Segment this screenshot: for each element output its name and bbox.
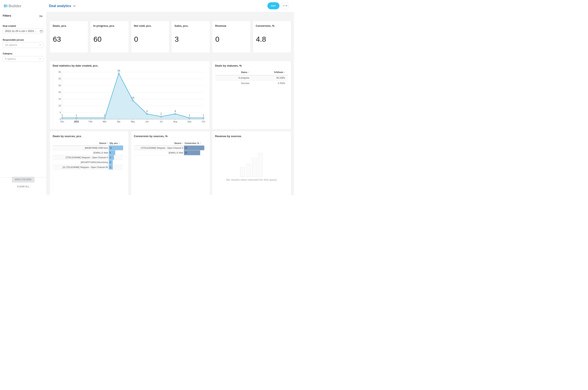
svg-text:Dec: Dec (60, 120, 64, 123)
svg-text:15: 15 (58, 98, 61, 100)
svg-text:25: 25 (58, 84, 61, 87)
svg-text:1: 1 (203, 114, 204, 117)
svg-text:2: 2 (160, 112, 162, 115)
svg-text:4: 4 (175, 110, 176, 113)
svg-text:5: 5 (59, 111, 61, 114)
svg-text:1: 1 (188, 114, 190, 117)
svg-text:4: 4 (146, 110, 148, 113)
svg-text:Aug: Aug (173, 120, 177, 123)
svg-text:Mar: Mar (103, 120, 107, 123)
svg-text:0: 0 (59, 118, 61, 120)
svg-text:1: 1 (61, 114, 63, 117)
svg-text:14: 14 (131, 96, 134, 99)
svg-text:1: 1 (104, 114, 105, 117)
svg-text:May: May (131, 120, 135, 123)
svg-text:1: 1 (76, 114, 77, 117)
svg-text:Feb: Feb (88, 120, 92, 123)
svg-text:10: 10 (58, 104, 61, 107)
svg-text:35: 35 (58, 71, 61, 73)
svg-text:2023: 2023 (74, 120, 79, 123)
svg-text:Jul: Jul (160, 120, 162, 123)
svg-text:Oct: Oct (202, 120, 205, 123)
svg-text:34: 34 (117, 69, 120, 72)
svg-text:30: 30 (58, 77, 61, 80)
svg-text:Sep: Sep (187, 120, 191, 123)
svg-text:Jun: Jun (145, 120, 149, 123)
svg-text:Apr: Apr (117, 120, 120, 123)
svg-text:20: 20 (58, 91, 61, 93)
